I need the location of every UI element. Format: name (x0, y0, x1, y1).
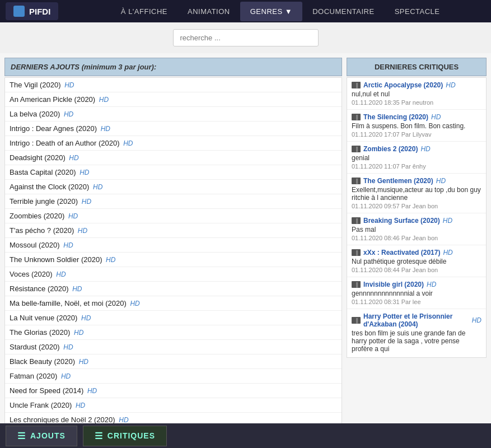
critique-text: Exellent,musique,acteur au top ,du bon g… (352, 186, 481, 202)
nav-item-documentaire[interactable]: DOCUMENTAIRE (302, 2, 384, 21)
critique-movie-link[interactable]: The Silencing (2020) (363, 113, 428, 121)
nav-link-documentaire[interactable]: DOCUMENTAIRE (302, 2, 384, 21)
critique-movie-link[interactable]: Zombies 2 (2020) (363, 145, 418, 153)
list-item[interactable]: Intrigo : Dear Agnes (2020) HD (5, 122, 342, 136)
critique-movie-link[interactable]: Invisible girl (2020) (363, 281, 424, 288)
movie-link[interactable]: The Glorias (2020) HD (10, 328, 83, 337)
logo-text: PIFDI (29, 7, 50, 16)
ajouts-button[interactable]: ☰ AJOUTS (6, 426, 77, 446)
movie-link[interactable]: Uncle Frank (2020) HD (10, 401, 85, 409)
hd-badge: HD (72, 285, 82, 293)
hd-badge: HD (87, 387, 97, 395)
list-item[interactable]: Deadsight (2020) HD (5, 151, 342, 165)
list-item[interactable]: Mossoul (2020) HD (5, 238, 342, 253)
list-item[interactable]: Uncle Frank (2020) HD (5, 398, 342, 413)
critique-title: Zombies 2 (2020) HD (352, 145, 481, 153)
movie-link[interactable]: T'as pécho ? (2020) HD (10, 226, 87, 235)
movie-link[interactable]: Les chroniques de Noël 2 (2020) HD (10, 416, 129, 424)
list-item[interactable]: La belva (2020) HD (5, 107, 342, 122)
movie-link[interactable]: Résistance (2020) HD (10, 284, 82, 293)
critique-item: Arctic Apocalypse (2020) HD nul,nul et n… (347, 78, 486, 110)
film-icon (352, 217, 361, 224)
list-item[interactable]: Intrigo : Death of an Author (2020) HD (5, 136, 342, 151)
movie-link[interactable]: Need for Speed (2014) HD (10, 386, 97, 395)
logo-icon (13, 6, 25, 17)
movie-link[interactable]: Intrigo : Dear Agnes (2020) HD (10, 124, 110, 133)
movie-link[interactable]: Basta Capital (2020) HD (10, 168, 89, 176)
list-item[interactable]: Against the Clock (2020) HD (5, 180, 342, 194)
critique-movie-link[interactable]: Arctic Apocalypse (2020) (363, 81, 443, 89)
nav-item-affiche[interactable]: À L'AFFICHE (111, 2, 177, 21)
list-item[interactable]: Ma belle-famille, Noël, et moi (2020) HD (5, 296, 342, 311)
critique-item: Breaking Surface (2020) HD Pas mal 01.11… (347, 213, 486, 245)
list-item[interactable]: The Glorias (2020) HD (5, 325, 342, 340)
list-item[interactable]: Stardust (2020) HD (5, 340, 342, 354)
list-item[interactable]: La Nuit venue (2020) HD (5, 311, 342, 325)
movie-link[interactable]: Deadsight (2020) HD (10, 153, 79, 162)
list-item[interactable]: The Vigil (2020) HD (5, 78, 342, 92)
list-item[interactable]: T'as pécho ? (2020) HD (5, 223, 342, 238)
movie-link[interactable]: Voces (2020) HD (10, 270, 66, 278)
movie-link[interactable]: Black Beauty (2020) HD (10, 357, 88, 366)
main-content: DERNIERS AJOUTS (minimum 3 par jour): Th… (0, 53, 491, 446)
film-icon (352, 317, 361, 324)
bottom-bar: ☰ AJOUTS ☰ CRITIQUES (0, 423, 491, 446)
critique-meta: 01.11.2020 11:07 Par ênhy (352, 163, 481, 170)
film-icon (352, 178, 361, 184)
nav-link-affiche[interactable]: À L'AFFICHE (111, 2, 177, 21)
critique-icon: ☰ (95, 431, 103, 441)
critique-meta: 01.11.2020 08:31 Par lee (352, 298, 481, 305)
movie-list: The Vigil (2020) HDAn American Pickle (2… (4, 77, 342, 442)
movie-link[interactable]: Terrible jungle (2020) HD (10, 197, 91, 206)
critique-item: The Gentlemen (2020) HD Exellent,musique… (347, 174, 486, 213)
movie-link[interactable]: Fatman (2020) HD (10, 372, 71, 380)
list-item[interactable]: Black Beauty (2020) HD (5, 354, 342, 369)
hd-badge: HD (101, 125, 110, 133)
list-item[interactable]: The Unknown Soldier (2020) HD (5, 253, 342, 267)
movie-link[interactable]: La belva (2020) HD (10, 110, 73, 118)
search-input[interactable] (173, 29, 319, 46)
critique-meta: 01.11.2020 08:44 Par Jean bon (352, 267, 481, 273)
movie-link[interactable]: The Unknown Soldier (2020) HD (10, 255, 115, 264)
nav-link-animation[interactable]: ANIMATION (177, 2, 240, 21)
hd-badge: HD (78, 227, 87, 235)
critique-title: Breaking Surface (2020) HD (352, 217, 481, 225)
movie-link[interactable]: La Nuit venue (2020) HD (10, 314, 91, 322)
movie-link[interactable]: The Vigil (2020) HD (10, 81, 74, 89)
hd-badge: HD (130, 300, 139, 307)
list-item[interactable]: Terrible jungle (2020) HD (5, 194, 342, 209)
critique-movie-link[interactable]: Breaking Surface (2020) (363, 217, 440, 225)
list-item[interactable]: Basta Capital (2020) HD (5, 165, 342, 180)
critiques-button[interactable]: ☰ CRITIQUES (83, 426, 167, 446)
list-item[interactable]: Need for Speed (2014) HD (5, 384, 342, 398)
hd-badge: HD (79, 358, 88, 366)
movie-link[interactable]: Stardust (2020) HD (10, 343, 73, 351)
list-item[interactable]: Voces (2020) HD (5, 267, 342, 282)
list-item[interactable]: Fatman (2020) HD (5, 369, 342, 384)
list-item[interactable]: Résistance (2020) HD (5, 282, 342, 296)
nav-item-genres[interactable]: GENRES ▼ (240, 2, 302, 21)
search-bar (0, 22, 491, 53)
nav-item-animation[interactable]: ANIMATION (177, 2, 240, 21)
critique-movie-link[interactable]: Harry Potter et le Prisonnier d'Azkaban … (363, 312, 469, 328)
movie-link[interactable]: Intrigo : Death of an Author (2020) HD (10, 139, 133, 147)
chevron-icon: ▼ (285, 7, 292, 16)
movie-link[interactable]: Mossoul (2020) HD (10, 241, 73, 249)
critique-item: xXx : Reactivated (2017) HD Nul pathétiq… (347, 245, 486, 277)
list-item[interactable]: Zoombies (2020) HD (5, 209, 342, 223)
hd-badge: HD (99, 96, 109, 104)
movie-link[interactable]: An American Pickle (2020) HD (10, 95, 109, 104)
nav-link-genres[interactable]: GENRES ▼ (240, 2, 302, 21)
critique-text: Pas mal (352, 226, 481, 234)
critique-text: nul,nul et nul (352, 90, 481, 98)
movie-link[interactable]: Zoombies (2020) HD (10, 212, 78, 220)
movie-link[interactable]: Ma belle-famille, Noël, et moi (2020) HD (10, 299, 140, 307)
nav-item-spectacle[interactable]: SPECTACLE (385, 2, 450, 21)
movie-link[interactable]: Against the Clock (2020) HD (10, 183, 102, 191)
nav-link-spectacle[interactable]: SPECTACLE (385, 2, 450, 21)
critique-title: The Silencing (2020) HD (352, 113, 481, 121)
critique-movie-link[interactable]: The Gentlemen (2020) (363, 177, 433, 185)
critique-movie-link[interactable]: xXx : Reactivated (2017) (363, 249, 440, 256)
list-item[interactable]: An American Pickle (2020) HD (5, 92, 342, 107)
site-logo[interactable]: PIFDI (6, 2, 58, 20)
